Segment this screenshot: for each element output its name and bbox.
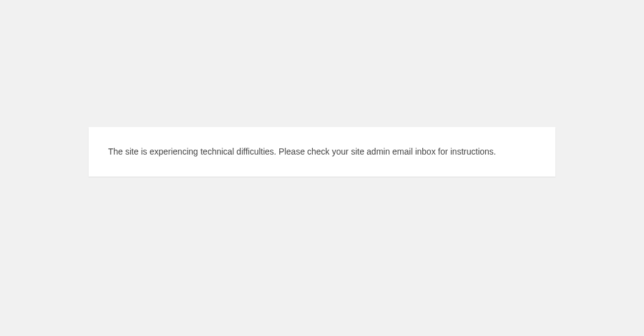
error-message: The site is experiencing technical diffi… xyxy=(108,145,536,158)
error-box: The site is experiencing technical diffi… xyxy=(89,127,555,177)
